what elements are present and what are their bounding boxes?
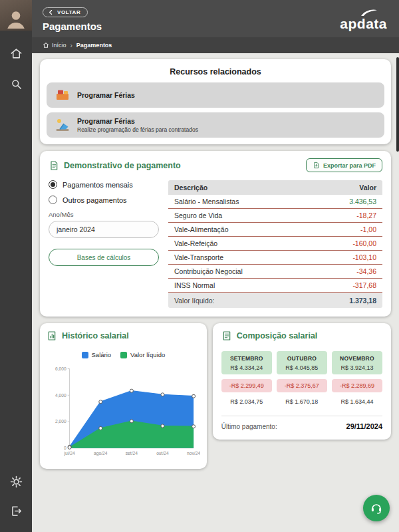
resource-description: Realize programação de férias para contr… <box>77 126 198 133</box>
table-header: Descrição Valor <box>168 180 382 195</box>
legend-label: Salário <box>92 351 112 358</box>
breadcrumb: Início › Pagamentos <box>32 37 399 53</box>
search-icon[interactable] <box>8 76 24 92</box>
statement-title-text: Demonstrativo de pagamento <box>64 161 181 170</box>
row-value: -160,00 <box>352 239 376 247</box>
row-value: -317,68 <box>352 281 376 289</box>
svg-text:jul/24: jul/24 <box>64 451 75 456</box>
sidebar <box>0 0 32 532</box>
breadcrumb-separator: › <box>70 42 72 49</box>
radio-icon <box>49 180 57 189</box>
month-net: R$ 2.034,75 <box>221 398 272 405</box>
row-description: Salário - Mensalistas <box>174 198 239 205</box>
resource-label: Programar Férias <box>77 91 135 99</box>
related-resources-card: Recursos relacionados Programar Férias P… <box>40 59 391 144</box>
history-title-text: Histórico salarial <box>62 331 129 340</box>
apdata-logo: apdata <box>340 9 387 32</box>
back-button[interactable]: VOLTAR <box>43 7 88 17</box>
radio-label: Pagamentos mensais <box>63 181 133 189</box>
footer-value: 1.373,18 <box>349 297 376 305</box>
avatar[interactable] <box>0 0 32 31</box>
radio-icon <box>49 196 57 204</box>
month-net: R$ 1.670,18 <box>277 398 327 405</box>
month-name: OUTUBRO <box>278 355 326 362</box>
row-description: Vale-Alimentação <box>174 225 229 233</box>
svg-text:ago/24: ago/24 <box>94 451 108 456</box>
statement-body: Pagamentos mensais Outros pagamentos Ano… <box>49 180 382 308</box>
month-gross: R$ 4.045,85 <box>278 364 326 371</box>
radio-option-outros-pagamentos[interactable]: Outros pagamentos <box>49 196 159 204</box>
radio-option-pagamentos-mensais[interactable]: Pagamentos mensais <box>49 180 159 189</box>
svg-text:2,000: 2,000 <box>55 419 66 424</box>
row-description: Vale-Refeição <box>174 239 217 247</box>
bases-calculos-button[interactable]: Bases de cálculos <box>49 249 159 266</box>
home-icon <box>43 42 49 49</box>
row-description: Vale-Transporte <box>174 253 223 261</box>
last-payment-label: Último pagamento: <box>221 423 277 430</box>
month-deduction: -R$ 2.375,67 <box>277 379 327 392</box>
month-deduction: -R$ 2.289,69 <box>332 379 382 392</box>
col-description: Descrição <box>174 184 207 192</box>
statement-header: Demonstrativo de pagamento Exportar para… <box>49 158 382 172</box>
logo-text: apdata <box>340 16 387 32</box>
list-document-icon <box>221 331 232 341</box>
svg-text:6,000: 6,000 <box>55 366 66 371</box>
row-description: Contribuição Negocial <box>174 267 243 275</box>
breadcrumb-home-link[interactable]: Início <box>43 42 66 49</box>
table-row: Vale-Transporte-103,10 <box>168 251 382 265</box>
period-input[interactable] <box>49 221 159 238</box>
salary-history-chart: 02,0004,0006,000jul/24ago/24set/24out/24… <box>47 361 200 464</box>
headset-icon <box>370 501 383 515</box>
resource-text: Programar Férias <box>77 91 135 99</box>
row-value: -103,10 <box>352 253 376 261</box>
month-deduction: -R$ 2.299,49 <box>221 379 272 392</box>
related-resources-title: Recursos relacionados <box>47 67 384 76</box>
month-header: OUTUBRO R$ 4.045,85 <box>277 351 327 374</box>
vacation-boxes-icon <box>55 87 70 103</box>
beach-chair-icon <box>55 117 70 133</box>
statement-filters: Pagamentos mensais Outros pagamentos Ano… <box>49 180 159 308</box>
main-area: VOLTAR Pagamentos apdata Início › Pagame… <box>32 0 399 532</box>
composition-grid: SETEMBRO R$ 4.334,24 -R$ 2.299,49 R$ 2.0… <box>221 351 382 405</box>
composition-column-novembro: NOVEMBRO R$ 3.924,13 -R$ 2.289,69 R$ 1.6… <box>332 351 382 405</box>
user-photo-placeholder <box>4 7 28 31</box>
composition-title: Composição salarial <box>221 331 382 341</box>
table-row: Seguro de Vida-18,27 <box>168 209 382 223</box>
svg-text:nov/24: nov/24 <box>187 451 200 456</box>
back-arrow-icon <box>48 9 54 15</box>
support-chat-fab[interactable] <box>363 495 390 521</box>
table-row: Salário - Mensalistas3.436,53 <box>168 195 382 209</box>
home-icon[interactable] <box>8 45 24 61</box>
last-payment-date: 29/11/2024 <box>346 422 382 430</box>
breadcrumb-home-label: Início <box>52 42 66 49</box>
scrollbar-thumb[interactable] <box>396 57 399 152</box>
legend-swatch <box>120 352 127 358</box>
month-header: SETEMBRO R$ 4.334,24 <box>221 351 272 374</box>
row-description: Seguro de Vida <box>174 211 222 219</box>
resource-label: Programar Férias <box>77 117 198 125</box>
svg-text:0: 0 <box>64 446 66 450</box>
resource-item-programar-ferias-2[interactable]: Programar Férias Realize programação de … <box>47 112 384 138</box>
back-button-label: VOLTAR <box>57 9 80 15</box>
last-payment-row: Último pagamento: 29/11/2024 <box>221 416 382 430</box>
export-pdf-button[interactable]: Exportar para PDF <box>306 158 382 172</box>
logout-icon[interactable] <box>8 503 24 519</box>
table-footer: Valor líquido: 1.373,18 <box>168 293 382 308</box>
resource-item-programar-ferias-1[interactable]: Programar Férias <box>47 82 384 108</box>
legend-label: Valor líquido <box>130 351 165 358</box>
page-header: VOLTAR Pagamentos apdata Início › Pagame… <box>32 0 399 53</box>
statement-title: Demonstrativo de pagamento <box>49 160 181 171</box>
svg-text:out/24: out/24 <box>156 451 169 456</box>
bottom-cards-row: Histórico salarial SalárioValor líquido … <box>40 323 391 469</box>
col-value: Valor <box>359 184 376 192</box>
row-value: -18,27 <box>356 211 376 219</box>
month-name: SETEMBRO <box>223 355 271 362</box>
page-content: Recursos relacionados Programar Férias P… <box>32 53 399 532</box>
history-title: Histórico salarial <box>47 331 200 341</box>
export-pdf-icon <box>313 162 320 169</box>
settings-gear-icon[interactable] <box>8 473 24 489</box>
month-net: R$ 1.634,44 <box>332 398 382 405</box>
area-chart: 02,0004,0006,000jul/24ago/24set/24out/24… <box>47 361 200 464</box>
svg-text:4,000: 4,000 <box>55 393 66 398</box>
row-value: -1,00 <box>360 225 376 233</box>
